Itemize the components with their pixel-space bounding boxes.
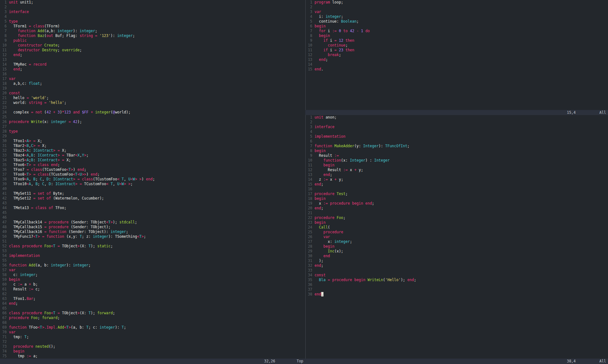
code-line[interactable]: 21 <box>306 211 608 215</box>
code-line[interactable]: 1unit unit1; <box>0 0 305 5</box>
code-line[interactable]: 12 break; <box>306 53 608 57</box>
editor-pane-foo[interactable]: 1unit unit1;23interface45type6 TForm1 = … <box>0 0 305 359</box>
code-line[interactable]: 30 TFoo1<A> = X; <box>0 139 305 143</box>
code-line[interactable]: 26procedure Write(x: integer = 42); <box>0 120 305 124</box>
code-line[interactable]: 22 world: string = 'hello'; <box>0 100 305 105</box>
code-line[interactable]: 9 Result := <box>306 153 608 158</box>
code-line[interactable]: 71 tmp: T; <box>0 335 305 339</box>
code-line[interactable]: 13 end; <box>306 172 608 177</box>
code-line[interactable]: 4 <box>0 14 305 19</box>
code-line[interactable]: 15 end; <box>0 67 305 72</box>
code-line[interactable]: 31 ); <box>306 258 608 263</box>
code-line[interactable]: 61 Result := c; <box>0 287 305 292</box>
code-line[interactable]: 2 <box>306 120 608 125</box>
code-line[interactable]: 11 begin <box>306 163 608 168</box>
code-line[interactable]: 20end; <box>306 206 608 211</box>
code-line[interactable]: 47 TMyCallback14 = procedure (Sender: TO… <box>0 220 305 225</box>
code-line[interactable]: 7 function Add(a,b: integer): integer; <box>0 29 305 33</box>
code-line[interactable]: 31 TBar2<B,C> = X; <box>0 143 305 148</box>
code-line[interactable]: 65 <box>0 306 305 311</box>
code-line[interactable]: 51 <box>0 239 305 244</box>
code-line[interactable]: 15end; <box>306 182 608 187</box>
code-line[interactable]: 55 <box>0 258 305 263</box>
code-line[interactable]: 14 <box>306 62 608 67</box>
code-line[interactable]: 66class procedure Foo<T = TObject>(X: T)… <box>0 311 305 316</box>
code-line[interactable]: 21 hello = 'world'; <box>0 96 305 100</box>
code-line[interactable]: 54implementation <box>0 253 305 258</box>
code-line[interactable]: 5type <box>0 19 305 24</box>
code-line[interactable]: 6 <box>306 139 608 144</box>
code-line[interactable]: 41 TMySet11 = set of Byte; <box>0 191 305 196</box>
code-line[interactable]: 9 if i = 12 then <box>306 38 608 43</box>
code-line[interactable]: 10 function(x: Integer) : Integer <box>306 158 608 163</box>
code-line[interactable]: 17var <box>0 76 305 81</box>
code-line[interactable]: 17procedure Test; <box>306 192 608 196</box>
code-line[interactable]: 19 <box>0 86 305 91</box>
code-line[interactable]: 5implementation <box>306 134 608 139</box>
code-line[interactable]: 6begin <box>306 24 608 29</box>
code-line[interactable]: 33 TBaz4<A,B: IContract> = TBar<X,Y>; <box>0 153 305 158</box>
code-line[interactable]: 64end; <box>0 301 305 306</box>
code-line[interactable]: 37 <box>306 287 608 292</box>
code-line[interactable]: 10 continue; <box>306 43 608 48</box>
code-line[interactable]: 11 destructor Destroy; override; <box>0 48 305 53</box>
code-line[interactable]: 28type <box>0 129 305 134</box>
code-line[interactable]: 27 <box>0 124 305 129</box>
code-line[interactable]: 48 TMyCallback15 = procedure (Sender: TO… <box>0 225 305 229</box>
code-line[interactable]: 73 procedure nested(); <box>0 344 305 349</box>
code-line[interactable]: 25 <box>0 115 305 120</box>
code-line[interactable]: 42 TMySet12 = set of (Watermelon, Cucumb… <box>0 196 305 201</box>
code-line[interactable]: 11 if i = 23 then <box>306 48 608 53</box>
code-line[interactable]: 74 begin <box>0 349 305 354</box>
code-line[interactable]: 35 TFoo6<T> = class end; <box>0 163 305 167</box>
code-line[interactable]: 16 <box>306 187 608 192</box>
code-line[interactable]: 46 <box>0 215 305 220</box>
code-line[interactable]: 3var <box>306 10 608 14</box>
code-line[interactable]: 26 var <box>306 235 608 239</box>
code-line[interactable]: 4 i: integer; <box>306 14 608 19</box>
code-line[interactable]: 8 begin <box>306 33 608 38</box>
code-line[interactable]: 58 c: integer; <box>0 273 305 277</box>
code-line[interactable]: 32end; <box>306 263 608 268</box>
code-line[interactable]: 57var <box>0 268 305 273</box>
code-line[interactable]: 35 Bla = procedure begin WriteLn('Hello'… <box>306 278 608 282</box>
code-line[interactable]: 30 end <box>306 254 608 258</box>
code-line[interactable]: 24 complex = not (42 + 3)*123 and $FF + … <box>0 110 305 115</box>
code-line[interactable]: 33 <box>306 268 608 273</box>
code-line[interactable]: 72 <box>0 339 305 344</box>
code-line[interactable]: 44 TMeta13 = class of TFoo; <box>0 206 305 210</box>
code-line[interactable]: 2 <box>306 5 608 10</box>
code-line[interactable]: 19 x := procedure begin end; <box>306 201 608 206</box>
code-line[interactable]: 14 z := x + y; <box>306 177 608 182</box>
code-line[interactable]: 60 c := a + b; <box>0 282 305 287</box>
code-line[interactable]: 23begin <box>306 220 608 225</box>
code-line[interactable]: 16 <box>0 72 305 76</box>
code-line[interactable]: 13 <box>0 57 305 62</box>
code-line[interactable]: 32 TBaz3<A: IContract> = X; <box>0 148 305 153</box>
code-line[interactable]: 24 Call( <box>306 225 608 230</box>
code-line[interactable]: 10 constructor Create; <box>0 43 305 48</box>
code-line[interactable]: 38end. <box>306 292 608 297</box>
editor-pane-loop[interactable]: 1program loop;23var4 i: integer;5 contin… <box>305 0 608 110</box>
code-line[interactable]: 34 TBaz5<A;B: IContract> = X; <box>0 158 305 163</box>
code-line[interactable]: 3interface <box>0 10 305 14</box>
code-line[interactable]: 3interface <box>306 125 608 129</box>
code-line[interactable]: 8 function Baz(out Buf; Flag: string = '… <box>0 33 305 38</box>
code-line[interactable]: 5 continue: Boolean; <box>306 19 608 24</box>
code-line[interactable]: 45 <box>0 210 305 215</box>
code-line[interactable]: 53 <box>0 249 305 253</box>
code-line[interactable]: 29 <box>0 134 305 139</box>
code-line[interactable]: 1program loop; <box>306 0 608 5</box>
code-line[interactable]: 13 end; <box>306 57 608 62</box>
code-line[interactable]: 12 end; <box>0 53 305 57</box>
code-line[interactable]: 49 TMyCallback16 = function (Sender: TOb… <box>0 229 305 234</box>
code-line[interactable]: 43 <box>0 201 305 206</box>
editor-pane-anon[interactable]: 1unit anon;23interface45implementation67… <box>305 115 608 359</box>
code-line[interactable]: 1unit anon; <box>306 115 608 120</box>
code-line[interactable]: 36 <box>306 282 608 287</box>
code-line[interactable]: 67procedure Foo; forward; <box>0 316 305 320</box>
code-line[interactable]: 75 tmp := a; <box>0 354 305 359</box>
code-line[interactable]: 12 Result := x + y; <box>306 168 608 172</box>
code-line[interactable]: 37 TFoo8<T> = class(TCustomFoo<T<U>>) en… <box>0 172 305 177</box>
code-line[interactable]: 69function TFoo<T>.Impl.Add<T>(a, b: T; … <box>0 325 305 330</box>
